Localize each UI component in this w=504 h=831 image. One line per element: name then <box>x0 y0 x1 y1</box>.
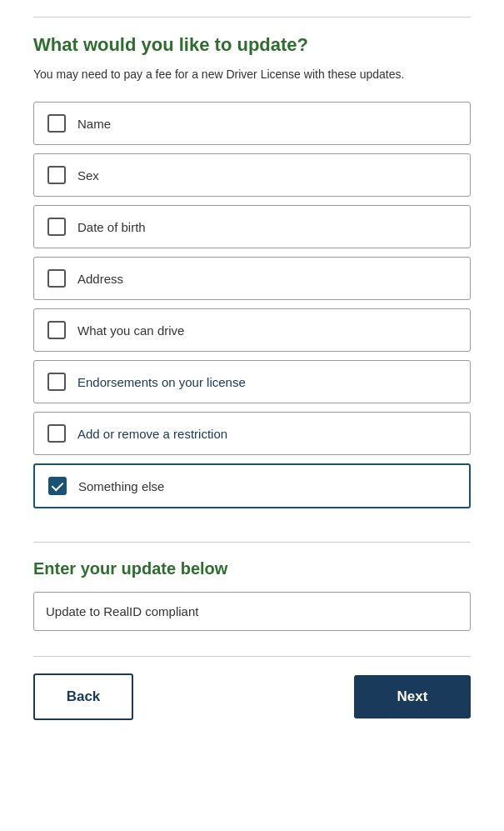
checkbox-what-drive[interactable] <box>47 321 66 339</box>
checkbox-item-name[interactable]: Name <box>33 102 471 145</box>
checkbox-dob[interactable] <box>47 218 66 236</box>
button-row: Back Next <box>33 673 471 720</box>
bottom-divider <box>33 656 471 657</box>
page-container: What would you like to update? You may n… <box>0 0 504 831</box>
checkbox-label-something-else: Something else <box>78 479 164 493</box>
page-heading: What would you like to update? <box>33 34 471 56</box>
checkbox-restriction[interactable] <box>47 424 66 443</box>
back-button[interactable]: Back <box>33 673 133 720</box>
update-section-title: Enter your update below <box>33 559 471 578</box>
update-input[interactable] <box>33 592 471 631</box>
checkbox-something-else[interactable] <box>48 477 67 495</box>
checkbox-label-sex: Sex <box>77 168 99 183</box>
checkbox-label-address: Address <box>77 272 123 286</box>
checkbox-item-sex[interactable]: Sex <box>33 153 471 197</box>
checkbox-address[interactable] <box>47 269 66 288</box>
checkbox-item-endorsements[interactable]: Endorsements on your license <box>33 360 471 403</box>
checkbox-label-name: Name <box>77 117 111 131</box>
middle-divider <box>33 542 471 543</box>
checkbox-label-endorsements: Endorsements on your license <box>77 375 246 389</box>
page-description: You may need to pay a fee for a new Driv… <box>33 66 471 83</box>
checkbox-sex[interactable] <box>47 166 66 184</box>
checkbox-endorsements[interactable] <box>47 373 66 391</box>
checkbox-item-restriction[interactable]: Add or remove a restriction <box>33 412 471 455</box>
checkbox-label-restriction: Add or remove a restriction <box>77 427 227 441</box>
checkbox-label-dob: Date of birth <box>77 220 146 234</box>
checkbox-item-dob[interactable]: Date of birth <box>33 205 471 248</box>
checkbox-label-what-drive: What you can drive <box>77 323 184 338</box>
next-button[interactable]: Next <box>354 675 471 718</box>
checkbox-item-address[interactable]: Address <box>33 257 471 300</box>
checkbox-name[interactable] <box>47 114 66 133</box>
checkbox-item-something-else[interactable]: Something else <box>33 463 471 508</box>
checkbox-list: Name Sex Date of birth Address What you … <box>33 102 471 508</box>
top-divider <box>33 17 471 18</box>
checkbox-item-what-drive[interactable]: What you can drive <box>33 308 471 352</box>
